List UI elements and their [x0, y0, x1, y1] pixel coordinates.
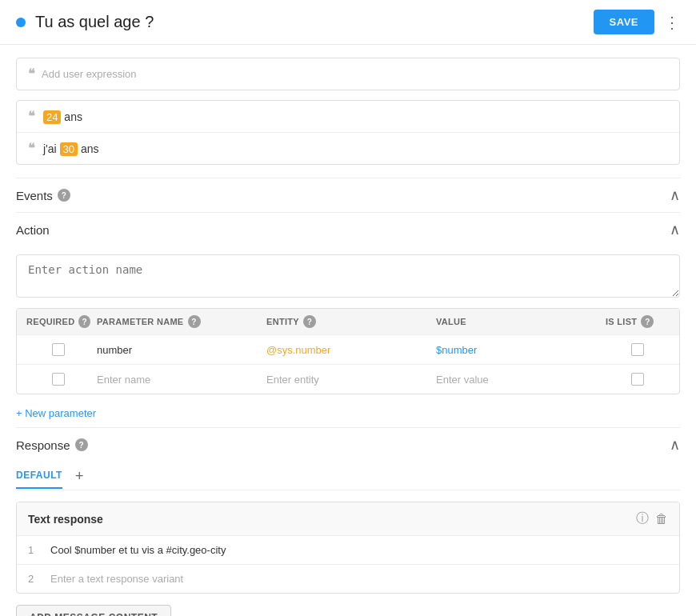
new-param-button[interactable]: + New parameter — [16, 402, 96, 424]
response-row-2: 2 Enter a text response variant — [17, 565, 679, 593]
add-message-content-button[interactable]: ADD MESSAGE CONTENT — [16, 605, 171, 616]
response-chevron: ∧ — [670, 436, 680, 454]
action-title: Action — [16, 223, 50, 237]
events-chevron: ∧ — [670, 186, 680, 204]
response-tabs: DEFAULT + — [16, 462, 680, 490]
events-section-header[interactable]: Events ? ∧ — [16, 178, 680, 212]
response-row-1: 1 Cool $number et tu vis a #city.geo-cit… — [17, 536, 679, 565]
events-help-icon[interactable]: ? — [58, 189, 70, 202]
more-options-icon[interactable]: ⋮ — [664, 14, 680, 30]
highlight-24: 24 — [43, 110, 61, 124]
quote-icon-1: ❝ — [28, 109, 35, 124]
checkbox-required-2[interactable] — [52, 373, 65, 386]
entity-2-placeholder[interactable]: Enter entity — [266, 374, 430, 386]
entity-1: @sys.number — [266, 344, 430, 356]
expression-text-1: 24 ans — [43, 110, 82, 123]
param-row-2: Enter name Enter entity Enter value — [17, 364, 679, 394]
tab-default[interactable]: DEFAULT — [16, 470, 62, 489]
param-name-1: number — [97, 344, 260, 356]
expression-item-2[interactable]: ❝ j'ai 30 ans — [17, 133, 679, 164]
param-name-help-icon[interactable]: ? — [188, 315, 201, 328]
col-param-name: PARAMETER NAME ? — [97, 315, 260, 328]
response-help-icon[interactable]: ? — [75, 438, 88, 451]
status-dot — [16, 18, 26, 27]
required-help-icon[interactable]: ? — [78, 315, 90, 328]
text-response-card: Text response ⓘ 🗑 1 Cool $number et tu v… — [16, 502, 680, 594]
is-list-checkbox-2[interactable] — [606, 373, 670, 386]
expression-list: ❝ 24 ans ❝ j'ai 30 ans — [16, 100, 680, 165]
action-chevron: ∧ — [670, 221, 680, 238]
header-left: Tu as quel age ? — [16, 13, 154, 31]
checkbox-islist-2[interactable] — [631, 373, 644, 386]
expression-input-wrap[interactable]: ❝ Add user expression — [16, 58, 680, 90]
header: Tu as quel age ? SAVE ⋮ — [0, 0, 696, 45]
is-list-checkbox-1[interactable] — [606, 343, 670, 356]
col-value: VALUE — [436, 317, 599, 326]
value-2-placeholder[interactable]: Enter value — [436, 374, 599, 386]
quote-icon: ❝ — [28, 66, 35, 82]
response-title: Response ? — [16, 438, 88, 452]
delete-icon[interactable]: 🗑 — [655, 512, 668, 526]
response-text-1[interactable]: Cool $number et tu vis a #city.geo-city — [50, 544, 226, 556]
params-header-row: REQUIRED ? PARAMETER NAME ? ENTITY ? VAL… — [17, 309, 679, 334]
action-name-input[interactable] — [16, 254, 680, 298]
tab-add-button[interactable]: + — [75, 468, 84, 490]
expression-item-1[interactable]: ❝ 24 ans — [17, 101, 679, 133]
expression-text-2: j'ai 30 ans — [43, 142, 99, 155]
required-checkbox-2[interactable] — [26, 373, 90, 386]
response-placeholder-2[interactable]: Enter a text response variant — [50, 573, 183, 585]
action-section-header[interactable]: Action ∧ — [16, 212, 680, 246]
save-button[interactable]: SAVE — [594, 10, 654, 34]
col-is-list: IS LIST ? — [606, 315, 670, 328]
text-response-header: Text response ⓘ 🗑 — [17, 502, 679, 536]
checkbox-required-1[interactable] — [52, 343, 65, 356]
col-entity: ENTITY ? — [266, 315, 430, 328]
text-response-actions: ⓘ 🗑 — [636, 510, 668, 527]
value-1: $number — [436, 344, 599, 356]
param-row-1: number @sys.number $number — [17, 334, 679, 364]
text-response-title: Text response — [28, 513, 103, 526]
page-title: Tu as quel age ? — [35, 13, 154, 31]
action-section: Action ∧ REQUIRED ? PARAMETER NAME ? ENT… — [16, 212, 680, 424]
highlight-30: 30 — [60, 142, 78, 156]
required-checkbox-1[interactable] — [26, 343, 90, 356]
expression-input-placeholder: Add user expression — [42, 68, 137, 80]
checkbox-islist-1[interactable] — [631, 343, 644, 356]
parameters-table: REQUIRED ? PARAMETER NAME ? ENTITY ? VAL… — [16, 308, 680, 394]
response-section: Response ? ∧ DEFAULT + Text response ⓘ 🗑… — [16, 427, 680, 616]
events-title: Events ? — [16, 189, 70, 202]
quote-icon-2: ❝ — [28, 141, 35, 156]
is-list-help-icon[interactable]: ? — [641, 315, 654, 328]
header-right: SAVE ⋮ — [594, 10, 680, 34]
response-section-header[interactable]: Response ? ∧ — [16, 427, 680, 462]
help-circle-icon[interactable]: ⓘ — [636, 510, 649, 527]
param-name-2-placeholder[interactable]: Enter name — [97, 374, 260, 386]
main-content: ❝ Add user expression ❝ 24 ans ❝ j'ai 30… — [0, 45, 696, 616]
col-required: REQUIRED ? — [26, 315, 90, 328]
response-row-num-1: 1 — [28, 544, 39, 556]
response-row-num-2: 2 — [28, 573, 39, 585]
entity-help-icon[interactable]: ? — [303, 315, 316, 328]
